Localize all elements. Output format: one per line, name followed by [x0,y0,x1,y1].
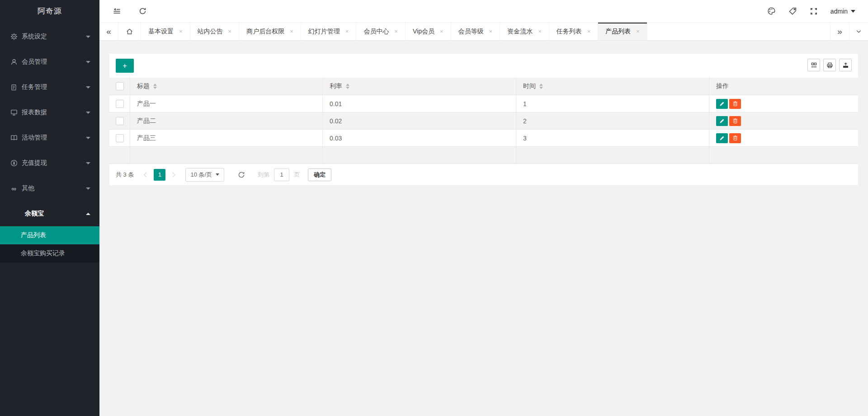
table-toolbar: + [109,54,858,78]
close-icon[interactable]: × [636,28,640,35]
cell-rate: 0.03 [323,130,516,147]
chevron-down-icon [216,173,219,176]
row-checkbox[interactable] [116,100,124,108]
sidebar-item-system-settings[interactable]: 系统设定 [0,24,99,49]
close-icon[interactable]: × [228,28,232,35]
cell-title: 产品一 [130,95,323,112]
close-icon[interactable]: × [489,28,493,35]
sidebar-item-recharge[interactable]: 充值提现 [0,150,99,176]
page-size-select[interactable]: 10 条/页 [185,168,224,182]
tab-product-list[interactable]: 产品列表× [598,23,647,40]
theme-palette-icon[interactable] [767,7,776,15]
main-area: admin « 基本设置× 站内公告× 商户后台权限× 幻灯片管理× 会员中心×… [99,0,868,416]
edit-button[interactable] [716,99,728,109]
jump-suffix-label: 页 [294,171,300,179]
tab-vip-members[interactable]: Vip会员× [406,23,451,40]
sidebar-item-label: 余额宝 [25,210,44,218]
admin-app: 阿奇源 系统设定 会员管理 任务管理 [0,0,868,416]
sidebar-item-members[interactable]: 会员管理 [0,49,99,75]
next-page-icon[interactable] [167,169,178,181]
home-tab[interactable] [118,23,141,40]
sidebar-item-other[interactable]: ∞ 其他 [0,176,99,201]
sidebar-item-tasks[interactable]: 任务管理 [0,75,99,100]
tabs-scroll-right-icon[interactable]: » [830,23,849,40]
sidebar-subitem-yuebao-purchases[interactable]: 余额宝购买记录 [0,244,99,262]
columns-filter-icon[interactable] [807,59,820,71]
table-row: 产品一 0.01 1 [109,95,858,112]
sidebar-subitem-label: 产品列表 [21,231,46,239]
select-all-checkbox[interactable] [116,82,124,90]
close-icon[interactable]: × [345,28,349,35]
tabs-more-icon[interactable] [849,23,868,40]
sidebar-item-activities[interactable]: 活动管理 [0,125,99,150]
close-icon[interactable]: × [538,28,542,35]
product-table-card: + [109,54,858,185]
sidebar-item-label: 任务管理 [22,83,47,91]
page-jump-input[interactable] [274,168,289,181]
sidebar-subitem-product-list[interactable]: 产品列表 [0,226,99,244]
sort-icon[interactable] [539,84,543,89]
tab-slideshow[interactable]: 幻灯片管理× [301,23,357,40]
delete-button[interactable] [729,133,741,143]
refresh-table-icon[interactable] [238,171,245,178]
close-icon[interactable]: × [179,28,183,35]
chevron-down-icon [86,112,90,114]
tabbar: « 基本设置× 站内公告× 商户后台权限× 幻灯片管理× 会员中心× Vip会员… [99,23,868,41]
sidebar-item-yuebao[interactable]: 余额宝 [0,201,99,226]
toolbar-right [807,59,852,71]
chevron-up-icon [86,213,90,215]
chevron-down-icon [86,137,90,139]
tabs-scroll-left-icon[interactable]: « [99,23,118,40]
topbar: admin [99,0,868,23]
user-menu[interactable]: admin [830,8,855,15]
table-row: 产品二 0.02 2 [109,112,858,130]
prev-page-icon[interactable] [141,169,152,181]
row-checkbox[interactable] [116,117,124,125]
export-icon[interactable] [839,59,852,71]
chevron-down-icon [86,162,90,164]
sidebar-item-label: 系统设定 [22,33,47,41]
tab-member-center[interactable]: 会员中心× [356,23,406,40]
sort-icon[interactable] [346,84,349,89]
page-1-button[interactable]: 1 [154,169,165,181]
print-icon[interactable] [823,59,836,71]
cell-rate: 0.02 [323,112,516,130]
delete-button[interactable] [729,116,741,126]
sidebar-submenu: 产品列表 余额宝购买记录 [0,226,99,262]
cell-time: 2 [516,112,709,130]
chevron-down-icon [851,10,855,13]
sidebar-item-reports[interactable]: 报表数据 [0,100,99,125]
tab-site-notice[interactable]: 站内公告× [190,23,240,40]
tab-member-levels[interactable]: 会员等级× [451,23,500,40]
delete-button[interactable] [729,99,741,109]
edit-button[interactable] [716,133,728,143]
close-icon[interactable]: × [290,28,293,35]
edit-button[interactable] [716,116,728,126]
column-actions: 操作 [716,82,729,90]
confirm-jump-button[interactable]: 确定 [308,168,331,181]
close-icon[interactable]: × [587,28,591,35]
tab-task-list[interactable]: 任务列表× [549,23,599,40]
row-checkbox[interactable] [116,134,124,142]
brand-title: 阿奇源 [0,0,99,23]
refresh-icon[interactable] [139,7,146,15]
cell-title: 产品二 [130,112,323,130]
sort-icon[interactable] [153,84,157,89]
close-icon[interactable]: × [440,28,443,35]
add-button[interactable]: + [116,59,134,73]
total-count: 共 3 条 [116,171,134,179]
column-title: 标题 [137,82,150,90]
collapse-sidebar-icon[interactable] [113,7,121,15]
sidebar-subitem-label: 余额宝购买记录 [21,249,65,257]
fullscreen-icon[interactable] [810,7,818,15]
close-icon[interactable]: × [394,28,398,35]
sidebar-item-label: 报表数据 [22,108,47,117]
tab-fund-flow[interactable]: 资金流水× [500,23,549,40]
tag-icon[interactable] [788,7,797,15]
book-icon [10,134,18,142]
tab-basic-settings[interactable]: 基本设置× [141,23,190,40]
chevron-down-icon [86,36,90,38]
tab-merchant-permissions[interactable]: 商户后台权限× [239,23,301,40]
data-table: 标题 利率 时间 操作 产品一 0.01 1 [109,78,858,185]
sidebar: 阿奇源 系统设定 会员管理 任务管理 [0,0,99,416]
